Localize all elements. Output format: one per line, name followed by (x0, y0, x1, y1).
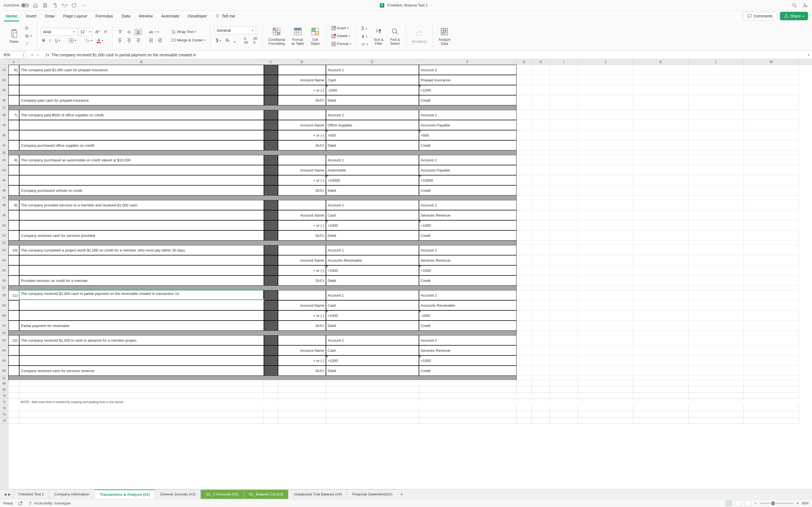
empty-cell[interactable] (419, 405, 516, 411)
empty-cell[interactable] (744, 386, 799, 393)
empty-cell[interactable] (744, 286, 799, 290)
empty-cell[interactable] (744, 380, 799, 386)
empty-cell[interactable] (8, 417, 19, 424)
empty-cell[interactable] (550, 210, 578, 220)
cell[interactable] (8, 185, 19, 195)
empty-cell[interactable] (532, 65, 550, 75)
empty-cell[interactable] (578, 175, 633, 185)
empty-cell[interactable] (744, 405, 799, 411)
empty-cell[interactable] (516, 417, 532, 424)
empty-cell[interactable] (550, 321, 578, 331)
cell[interactable] (19, 355, 264, 365)
row-label-account-name[interactable]: Account Name (278, 255, 326, 265)
empty-cell[interactable] (516, 245, 532, 255)
empty-cell[interactable] (689, 405, 744, 411)
transaction-description[interactable]: The company received $1,000 cash in part… (19, 290, 264, 311)
row-label-account-name[interactable]: Account Name (278, 300, 326, 311)
account-1-name[interactable]: Accounts Receivable (326, 255, 419, 265)
tab-draw[interactable]: Draw (43, 11, 56, 21)
empty-cell[interactable] (532, 276, 550, 286)
cell[interactable] (19, 85, 264, 95)
empty-cell[interactable] (532, 405, 550, 411)
row-header-37[interactable]: 37 (0, 105, 8, 110)
row-header-67[interactable]: 67 (0, 376, 8, 380)
empty-cell[interactable] (578, 105, 633, 110)
account-2-header[interactable]: Account 2 (419, 335, 516, 345)
account-1-name[interactable]: Cash (326, 210, 419, 220)
account-2-drcr[interactable]: Credit (419, 185, 516, 195)
home-icon[interactable] (32, 2, 39, 9)
empty-cell[interactable] (633, 355, 689, 365)
empty-cell[interactable] (633, 411, 689, 417)
empty-cell[interactable] (516, 276, 532, 286)
empty-cell[interactable] (633, 140, 689, 151)
account-1-name[interactable]: Automobile (326, 165, 419, 175)
cell[interactable] (8, 220, 19, 230)
empty-cell[interactable] (578, 200, 633, 210)
account-2-name[interactable]: Prepaid Insurance (419, 75, 516, 85)
empty-cell[interactable] (633, 345, 689, 355)
empty-cell[interactable] (689, 417, 744, 424)
empty-cell[interactable] (689, 75, 744, 85)
empty-cell[interactable] (550, 386, 578, 393)
empty-cell[interactable] (578, 75, 633, 85)
column-header-C[interactable]: C (264, 59, 278, 64)
account-2-header[interactable]: Account 2 (419, 290, 516, 300)
empty-cell[interactable] (278, 417, 326, 424)
empty-cell[interactable] (744, 65, 799, 75)
empty-cell[interactable] (550, 120, 578, 130)
empty-cell[interactable] (532, 220, 550, 230)
sheet-tab-6[interactable]: Unadjusted Trial Balance (#4) (288, 490, 347, 499)
transaction-summary[interactable]: Company received cash for services provi… (19, 230, 264, 240)
empty-cell[interactable] (278, 380, 326, 386)
empty-cell[interactable] (744, 321, 799, 331)
empty-cell[interactable] (532, 140, 550, 151)
empty-cell[interactable] (578, 130, 633, 140)
empty-cell[interactable] (578, 151, 633, 155)
row-label-drcr[interactable]: Dr/Cr (278, 321, 326, 331)
account-2-amount[interactable]: +1000 (419, 355, 516, 365)
empty-cell[interactable] (744, 220, 799, 230)
transaction-description[interactable]: The company paid $1,000 cash for prepaid… (19, 65, 264, 75)
empty-cell[interactable] (550, 65, 578, 75)
empty-cell[interactable] (744, 95, 799, 105)
empty-cell[interactable] (532, 335, 550, 345)
empty-cell[interactable] (550, 155, 578, 165)
row-label-drcr[interactable]: Dr/Cr (278, 365, 326, 376)
sheet-prev-icon[interactable]: ◀ (4, 492, 6, 496)
empty-cell[interactable] (532, 105, 550, 110)
cell[interactable] (8, 265, 19, 276)
empty-cell[interactable] (8, 405, 19, 411)
empty-cell[interactable] (8, 393, 19, 399)
empty-cell[interactable] (516, 75, 532, 85)
empty-cell[interactable] (516, 300, 532, 311)
italic-button[interactable]: I (48, 37, 52, 44)
row-label-account-name[interactable]: Account Name (278, 165, 326, 175)
empty-cell[interactable] (689, 411, 744, 417)
empty-cell[interactable] (578, 345, 633, 355)
row-header-51[interactable]: 51 (0, 230, 8, 240)
empty-cell[interactable] (516, 290, 532, 300)
empty-cell[interactable] (516, 95, 532, 105)
empty-cell[interactable] (516, 105, 532, 110)
column-header-I[interactable]: I (550, 59, 578, 64)
row-label-account-name[interactable]: Account Name (278, 120, 326, 130)
tell-me[interactable]: Tell me (214, 11, 237, 21)
empty-cell[interactable] (633, 85, 689, 95)
format-cells-button[interactable]: Format ▾ (329, 41, 353, 47)
empty-cell[interactable] (744, 140, 799, 151)
empty-cell[interactable] (689, 200, 744, 210)
empty-cell[interactable] (744, 331, 799, 335)
empty-cell[interactable] (550, 265, 578, 276)
align-bottom-button[interactable] (134, 29, 142, 36)
row-header-74[interactable]: 74 (0, 417, 8, 424)
cell[interactable] (8, 75, 19, 85)
empty-cell[interactable] (326, 411, 419, 417)
account-1-header[interactable]: Account 1 (326, 290, 419, 300)
toggle-switch-icon[interactable] (21, 3, 29, 8)
empty-cell[interactable] (550, 405, 578, 411)
empty-cell[interactable] (633, 240, 689, 245)
empty-cell[interactable] (516, 365, 532, 376)
accessibility-status[interactable]: Accessibility: Investigate (34, 501, 71, 505)
column-header-J[interactable]: J (578, 59, 633, 64)
